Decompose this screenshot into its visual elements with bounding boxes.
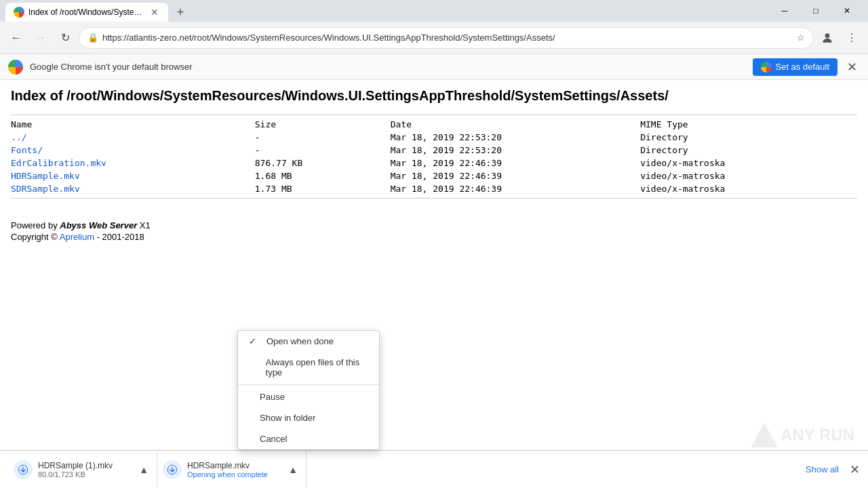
close-window-button[interactable]: ✕ <box>831 0 863 22</box>
url-text: https://atlantis-zero.net/root/Windows/S… <box>102 33 793 43</box>
company-link[interactable]: Aprelium <box>60 232 94 242</box>
table-row: HDRSample.mkv 1.68 MB Mar 18, 2019 22:46… <box>11 169 857 182</box>
footer: Powered by Abyss Web Server X1 Copyright… <box>0 209 868 242</box>
file-link[interactable]: HDRSample.mkv <box>11 171 80 181</box>
reload-button[interactable]: ↻ <box>54 27 76 49</box>
file-mime-cell: Directory <box>640 144 857 157</box>
forward-button[interactable]: → <box>30 27 52 49</box>
url-bar[interactable]: 🔒 https://atlantis-zero.net/root/Windows… <box>79 27 814 49</box>
menu-item-open-when-done[interactable]: Open when done <box>238 331 379 352</box>
watermark: ANY RUN <box>751 423 854 447</box>
table-row: SDRSample.mkv 1.73 MB Mar 18, 2019 22:46… <box>11 182 857 195</box>
bottom-divider <box>11 198 857 199</box>
menu-item-show-in-folder[interactable]: Show in folder <box>238 407 379 428</box>
download-info-2: HDRSample.mkv Opening when complete <box>187 461 280 479</box>
col-name: Name <box>11 118 255 131</box>
menu-item-always-open-files-of-this-type[interactable]: Always open files of this type <box>238 352 379 383</box>
tab-title: Index of /root/Windows/SystemRes... <box>28 7 145 17</box>
profile-button[interactable] <box>816 27 838 49</box>
download-bar: HDRSample (1).mkv 80.0/1,723 KB ▲ HDRSam… <box>0 450 868 488</box>
file-link[interactable]: ../ <box>11 132 26 142</box>
lock-icon: 🔒 <box>87 33 98 43</box>
menu-item-cancel[interactable]: Cancel <box>238 428 379 449</box>
file-name-cell: EdrCalibration.mkv <box>11 157 255 169</box>
page-title: Index of /root/Windows/SystemResources/W… <box>11 88 857 104</box>
file-date-cell: Mar 18, 2019 22:46:39 <box>391 157 641 169</box>
chrome-logo-small <box>761 62 772 73</box>
close-default-bar-button[interactable]: ✕ <box>844 57 860 77</box>
file-date-cell: Mar 18, 2019 22:53:20 <box>391 144 641 157</box>
table-row: ../ - Mar 18, 2019 22:53:20 Directory <box>11 131 857 144</box>
top-divider <box>11 115 857 115</box>
chrome-logo <box>8 60 23 75</box>
menu-button[interactable]: ⋮ <box>841 27 863 49</box>
file-mime-cell: Directory <box>640 131 857 144</box>
context-menu: Open when doneAlways open files of this … <box>237 330 380 450</box>
download-size-1: 80.0/1,723 KB <box>38 470 131 479</box>
title-bar: Index of /root/Windows/SystemRes... ✕ + … <box>0 0 868 22</box>
download-chevron-1[interactable]: ▲ <box>136 462 151 478</box>
default-browser-text: Google Chrome isn't your default browser <box>30 62 746 72</box>
file-link[interactable]: Fonts/ <box>11 145 43 155</box>
file-mime-cell: video/x-matroska <box>640 157 857 169</box>
file-name-cell: SDRSample.mkv <box>11 182 255 195</box>
copyright-text: Copyright © <box>11 232 60 242</box>
file-table: Name Size Date MIME Type ../ - Mar 18, 2… <box>11 118 857 195</box>
window-controls: ─ □ ✕ <box>769 0 863 22</box>
watermark-text: ANY RUN <box>781 426 854 445</box>
active-tab[interactable]: Index of /root/Windows/SystemRes... ✕ <box>5 3 168 22</box>
close-download-bar-button[interactable]: ✕ <box>850 462 860 477</box>
file-name-cell: HDRSample.mkv <box>11 169 255 182</box>
download-status-2: Opening when complete <box>187 470 280 479</box>
page-content: Index of /root/Windows/SystemResources/W… <box>0 80 868 209</box>
toolbar-icons: ⋮ <box>816 27 863 49</box>
tab-area: Index of /root/Windows/SystemRes... ✕ + <box>5 0 190 22</box>
maximize-button[interactable]: □ <box>800 0 831 22</box>
download-icon-1 <box>14 460 33 479</box>
minimize-button[interactable]: ─ <box>769 0 800 22</box>
new-tab-button[interactable]: + <box>171 3 190 22</box>
table-row: EdrCalibration.mkv 876.77 KB Mar 18, 201… <box>11 157 857 169</box>
file-size-cell: 876.77 KB <box>255 157 391 169</box>
tab-close-button[interactable]: ✕ <box>149 5 160 19</box>
address-bar: ← → ↻ 🔒 https://atlantis-zero.net/root/W… <box>0 22 868 54</box>
show-all-button[interactable]: Show all <box>800 462 844 477</box>
download-item-2: HDRSample.mkv Opening when complete ▲ <box>157 451 307 488</box>
server-version: X1 <box>137 220 151 230</box>
file-link[interactable]: EdrCalibration.mkv <box>11 158 106 168</box>
set-default-button[interactable]: Set as default <box>753 58 838 76</box>
download-name-1: HDRSample (1).mkv <box>38 461 131 470</box>
bookmark-icon[interactable]: ☆ <box>797 33 805 43</box>
watermark-triangle <box>751 423 778 447</box>
powered-by-text: Powered by <box>11 220 60 230</box>
file-link[interactable]: SDRSample.mkv <box>11 184 80 194</box>
file-name-cell: Fonts/ <box>11 144 255 157</box>
svg-point-0 <box>825 33 830 38</box>
col-size: Size <box>255 118 391 131</box>
tab-favicon <box>14 7 24 18</box>
download-name-2: HDRSample.mkv <box>187 461 280 470</box>
col-date: Date <box>391 118 641 131</box>
col-mime: MIME Type <box>640 118 857 131</box>
download-item-1: HDRSample (1).mkv 80.0/1,723 KB ▲ <box>8 451 157 488</box>
server-name: Abyss Web Server <box>60 220 137 230</box>
copyright-years: - 2001-2018 <box>94 232 144 242</box>
menu-item-pause[interactable]: Pause <box>238 386 379 407</box>
back-button[interactable]: ← <box>5 27 27 49</box>
file-mime-cell: video/x-matroska <box>640 182 857 195</box>
file-mime-cell: video/x-matroska <box>640 169 857 182</box>
file-size-cell: - <box>255 144 391 157</box>
table-row: Fonts/ - Mar 18, 2019 22:53:20 Directory <box>11 144 857 157</box>
download-bar-right: Show all ✕ <box>800 462 860 477</box>
download-icon-2 <box>163 460 182 479</box>
file-size-cell: - <box>255 131 391 144</box>
table-header-row: Name Size Date MIME Type <box>11 118 857 131</box>
file-name-cell: ../ <box>11 131 255 144</box>
file-date-cell: Mar 18, 2019 22:46:39 <box>391 182 641 195</box>
menu-divider <box>238 384 379 385</box>
download-chevron-2[interactable]: ▲ <box>285 462 300 478</box>
copyright-line: Copyright © Aprelium - 2001-2018 <box>11 232 857 242</box>
set-default-label: Set as default <box>776 62 830 72</box>
powered-by-line: Powered by Abyss Web Server X1 <box>11 220 857 230</box>
file-size-cell: 1.73 MB <box>255 182 391 195</box>
